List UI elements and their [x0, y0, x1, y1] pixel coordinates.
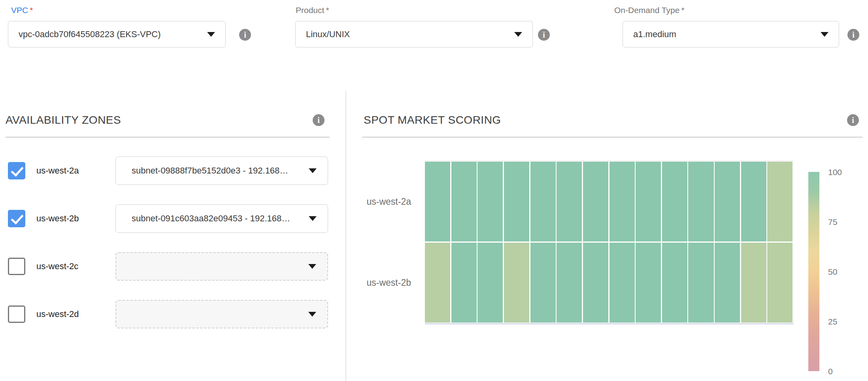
product-select-value: Linux/UNIX [306, 29, 350, 40]
colorbar-tick-label-50: 50 [828, 267, 837, 277]
caret-down-icon [308, 264, 316, 269]
heatmap-cell-us-west-2b-m6gd.medium [741, 243, 766, 323]
heatmap-cell-us-west-2b-t2.large [662, 243, 687, 323]
subnet-select-us-west-2d[interactable] [115, 300, 328, 328]
subnet-select-us-west-2c[interactable] [115, 252, 328, 281]
az-checkbox-us-west-2a[interactable] [8, 162, 25, 179]
heatmap-cell-us-west-2b-a1.large [504, 243, 529, 323]
heatmap-cell-us-west-2b-m6gd.large [767, 243, 793, 323]
heatmap-cell-us-west-2a-m3.large [557, 162, 582, 241]
product-label: Product* [296, 6, 329, 15]
heatmap-cell-us-west-2a-t2.small [609, 162, 635, 241]
heatmap-cell-us-west-2a-m3.medium [477, 162, 503, 241]
colorbar-tick-label-100: 100 [828, 168, 842, 177]
vpc-select-value: vpc-0adcb70f645508223 (EKS-VPC) [19, 29, 161, 40]
az-row-us-west-2b: us-west-2bsubnet-091c603aa82e09453 - 192… [0, 204, 345, 233]
on-demand-type-select-value: a1.medium [633, 29, 676, 40]
heatmap-row-label-us-west-2a: us-west-2a [344, 196, 411, 207]
heatmap-cell-us-west-2b-m1.small [583, 243, 608, 323]
spot-market-scoring-title: SPOT MARKET SCORING [364, 114, 501, 126]
availability-zones-divider [6, 137, 330, 138]
subnet-select-us-west-2b[interactable]: subnet-091c603aa82e09453 - 192.168… [115, 204, 328, 233]
spot-market-scoring-divider [362, 137, 862, 138]
heatmap-cell-us-west-2b-m6g.large [715, 243, 740, 323]
availability-zones-title: AVAILABILITY ZONES [6, 114, 121, 126]
panel-divider [345, 91, 346, 381]
spot-configuration-page: VPC* vpc-0adcb70f645508223 (EKS-VPC) i P… [0, 0, 868, 381]
info-icon[interactable]: i [847, 29, 859, 41]
heatmap-cell-us-west-2a-t2.large [662, 162, 687, 241]
product-required-asterisk: * [326, 6, 329, 15]
vpc-label: VPC* [11, 6, 33, 15]
heatmap-cell-us-west-2a-m6g.medium [688, 162, 713, 241]
caret-down-icon [309, 168, 317, 173]
heatmap-cell-us-west-2b-t2.medium [636, 243, 661, 323]
vpc-label-text: VPC [11, 6, 28, 15]
subnet-select-us-west-2a[interactable]: subnet-09888f7be5152d0e3 - 192.168… [115, 157, 328, 185]
az-label-us-west-2c: us-west-2c [36, 252, 78, 281]
vpc-select[interactable]: vpc-0adcb70f645508223 (EKS-VPC) [8, 21, 226, 47]
caret-down-icon [207, 32, 215, 37]
on-demand-type-label: On-Demand Type* [614, 6, 685, 15]
on-demand-type-required-asterisk: * [681, 6, 684, 15]
heatmap-top-border [425, 160, 794, 161]
heatmap-cell-us-west-2a-m1.medium [451, 162, 477, 241]
info-icon[interactable]: i [538, 29, 550, 41]
az-checkbox-us-west-2b[interactable] [8, 210, 25, 227]
az-row-us-west-2c: us-west-2c [0, 252, 345, 281]
az-checkbox-us-west-2c[interactable] [8, 258, 25, 275]
heatmap-cell-us-west-2a-m6g.large [715, 162, 740, 241]
heatmap-cell-us-west-2a-m1.large [530, 162, 556, 241]
heatmap-cell-us-west-2b-m3.medium [477, 243, 503, 323]
info-icon[interactable]: i [313, 114, 325, 126]
caret-down-icon [514, 32, 522, 37]
colorbar-tick-label-0: 0 [828, 367, 833, 376]
colorbar-tick-label-75: 75 [828, 217, 837, 227]
product-select[interactable]: Linux/UNIX [295, 21, 533, 47]
heatmap-cell-us-west-2b-m6g.medium [688, 243, 713, 323]
az-row-us-west-2d: us-west-2d [0, 300, 345, 328]
heatmap-colorbar [808, 172, 819, 371]
heatmap-cell-us-west-2a-a1.medium [425, 162, 450, 241]
az-label-us-west-2b: us-west-2b [36, 204, 79, 233]
vpc-required-asterisk: * [30, 6, 33, 15]
caret-down-icon [308, 312, 316, 317]
az-label-us-west-2a: us-west-2a [36, 157, 79, 185]
heatmap-cell-us-west-2b-m1.medium [451, 243, 477, 323]
caret-down-icon [309, 216, 317, 221]
on-demand-type-label-text: On-Demand Type [614, 6, 679, 15]
heatmap-cell-us-west-2a-m6gd.medium [741, 162, 766, 241]
heatmap-axis-line [425, 323, 794, 324]
az-label-us-west-2d: us-west-2d [36, 300, 79, 328]
heatmap-cell-us-west-2b-m1.large [530, 243, 556, 323]
subnet-select-value: subnet-09888f7be5152d0e3 - 192.168… [132, 166, 288, 176]
heatmap-cell-us-west-2a-a1.large [504, 162, 529, 241]
az-checkbox-us-west-2d[interactable] [8, 306, 25, 323]
az-row-us-west-2a: us-west-2asubnet-09888f7be5152d0e3 - 192… [0, 157, 345, 185]
info-icon[interactable]: i [847, 114, 859, 126]
info-icon[interactable]: i [239, 29, 251, 41]
product-label-text: Product [296, 6, 324, 15]
heatmap-cell-us-west-2b-a1.medium [425, 243, 450, 323]
heatmap-cell-us-west-2b-m3.large [557, 243, 582, 323]
heatmap-row-label-us-west-2b: us-west-2b [344, 277, 411, 288]
heatmap-cell-us-west-2a-t2.medium [636, 162, 661, 241]
heatmap-cell-us-west-2a-m1.small [583, 162, 608, 241]
on-demand-type-select[interactable]: a1.medium [623, 21, 839, 47]
caret-down-icon [821, 32, 828, 37]
heatmap-cell-us-west-2b-t2.small [609, 243, 635, 323]
heatmap-cell-us-west-2a-m6gd.large [767, 162, 793, 241]
colorbar-tick-label-25: 25 [828, 317, 837, 326]
subnet-select-value: subnet-091c603aa82e09453 - 192.168… [132, 213, 290, 224]
